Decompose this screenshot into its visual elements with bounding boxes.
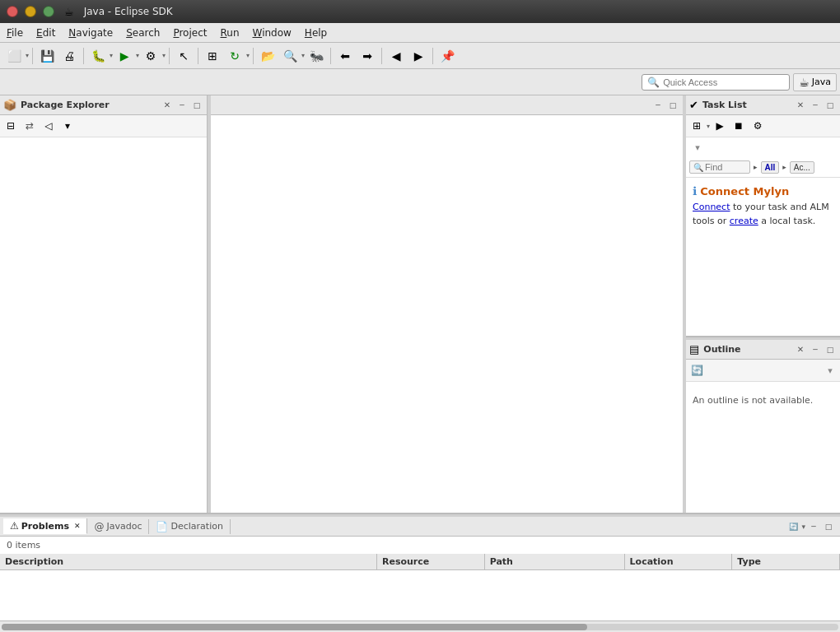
center-column: ─ □ [211, 95, 683, 513]
search-button-tb[interactable]: 🔍 [279, 45, 301, 67]
filter-ac-button[interactable]: Ac... [790, 161, 814, 174]
menu-edit[interactable]: Edit [30, 26, 62, 40]
new-dropdown[interactable]: ▾ [26, 52, 29, 59]
connect-link[interactable]: Connect [693, 202, 730, 212]
new-task-button[interactable]: ⊞ [688, 117, 706, 135]
scrollbar-thumb[interactable] [2, 624, 587, 630]
outline-icon: ▤ [689, 343, 699, 356]
task-list-panel: ✔ Task List ✕ ─ □ ⊞ ▾ ▶ ⏹ ⚙ ▾ [686, 95, 840, 337]
create-link[interactable]: create [730, 216, 758, 226]
items-count: 0 items [0, 537, 840, 554]
task-extra-dropdown[interactable]: ▾ [689, 139, 706, 156]
minimize-button[interactable] [25, 6, 36, 17]
bottom-scrollbar[interactable] [0, 620, 840, 632]
toolbar-separator-7 [381, 48, 382, 64]
tab-declaration[interactable]: 📄 Declaration [149, 519, 230, 534]
outline-panel: ▤ Outline ✕ ─ □ 🔄 ▾ An outline is not av… [686, 340, 840, 513]
pkg-back-button[interactable]: ◁ [40, 117, 58, 135]
save-button[interactable]: 💾 [36, 45, 58, 67]
titlebar: ☕ Java - Eclipse SDK [0, 0, 840, 23]
bottom-minimize[interactable]: ─ [807, 520, 820, 533]
debug-dropdown[interactable]: ▾ [110, 52, 113, 59]
refresh-button[interactable]: ↻ [224, 45, 245, 67]
new-button[interactable]: ⬜ [3, 45, 25, 67]
outline-toolbar: 🔄 ▾ [686, 360, 840, 382]
task-filter-arrow[interactable]: ▸ [754, 163, 758, 171]
close-button[interactable] [7, 6, 18, 17]
pkg-viewmenu-button[interactable]: ▾ [58, 117, 77, 135]
outline-message: An outline is not available. [686, 382, 840, 419]
back-nav[interactable]: ◀ [385, 45, 407, 67]
package-explorer-title: Package Explorer [21, 100, 159, 110]
editor-minimize[interactable]: ─ [651, 99, 665, 112]
maximize-button[interactable] [43, 6, 54, 17]
activate-task-button[interactable]: ▶ [711, 117, 729, 135]
ant-button[interactable]: 🐜 [306, 45, 327, 67]
package-explorer-close[interactable]: ✕ [161, 99, 174, 112]
deactivate-task-button[interactable]: ⏹ [730, 117, 748, 135]
menubar: File Edit Navigate Search Project Run Wi… [0, 23, 840, 43]
menu-project[interactable]: Project [166, 26, 213, 40]
bottom-toolbar: 🔄 ▾ ─ □ [786, 520, 837, 533]
task-list-close[interactable]: ✕ [794, 99, 807, 112]
tab-javadoc[interactable]: @ Javadoc [87, 519, 149, 534]
col-resource: Resource [376, 554, 484, 570]
menu-window[interactable]: Window [246, 26, 298, 40]
coverage-dropdown[interactable]: ▾ [162, 52, 166, 59]
search-dropdown[interactable]: ▾ [301, 52, 305, 59]
menu-search[interactable]: Search [119, 26, 166, 40]
tab-problems[interactable]: ⚠ Problems ✕ [3, 518, 87, 534]
new-java-button[interactable]: ⊞ [202, 45, 223, 67]
outline-maximize[interactable]: □ [824, 343, 837, 356]
connect-mylyn-section: ℹ Connect Mylyn Connect to your task and… [686, 178, 840, 235]
perspective-icon: ☕ [799, 76, 810, 89]
perspective-label: Java [812, 77, 831, 87]
run-button[interactable]: ▶ [114, 45, 135, 67]
task-settings-button[interactable]: ⚙ [749, 117, 767, 135]
next-annotation[interactable]: ➡ [357, 45, 378, 67]
editor-maximize[interactable]: □ [666, 99, 679, 112]
menu-help[interactable]: Help [298, 26, 334, 40]
debug-button[interactable]: 🐛 [87, 45, 109, 67]
quick-access-search[interactable]: 🔍 [642, 74, 790, 91]
bottom-maximize[interactable]: □ [822, 520, 835, 533]
print-button[interactable]: 🖨 [58, 45, 80, 67]
forward-nav[interactable]: ▶ [408, 45, 429, 67]
toolbar: ⬜ ▾ 💾 🖨 🐛 ▾ ▶ ▾ ⚙ ▾ ↖ ⊞ ↻ ▾ 📂 🔍 ▾ 🐜 ⬅ ➡ … [0, 43, 840, 69]
problems-close-icon[interactable]: ✕ [74, 522, 81, 530]
bottom-viewmenu[interactable]: ▾ [801, 523, 805, 531]
editor-content [211, 115, 683, 513]
outline-viewmenu[interactable]: ▾ [822, 362, 838, 379]
coverage-button[interactable]: ⚙ [140, 45, 161, 67]
pin-editor[interactable]: 📌 [436, 45, 458, 67]
task-find-box[interactable]: 🔍 [689, 160, 750, 174]
open-task-button[interactable]: 📂 [257, 45, 278, 67]
java-perspective-button[interactable]: ☕ Java [793, 73, 837, 91]
cursor-button[interactable]: ↖ [173, 45, 194, 67]
package-explorer-panel: 📦 Package Explorer ✕ ─ □ ⊟ ⇄ ◁ ▾ [0, 95, 208, 513]
filter-all-button[interactable]: All [761, 161, 780, 174]
new-task-dropdown[interactable]: ▾ [707, 123, 710, 130]
prev-annotation[interactable]: ⬅ [334, 45, 356, 67]
editor-header: ─ □ [211, 95, 683, 115]
task-list-maximize[interactable]: □ [824, 99, 837, 112]
menu-run[interactable]: Run [213, 26, 245, 40]
outline-minimize[interactable]: ─ [809, 343, 822, 356]
collapse-all-button[interactable]: ⊟ [2, 117, 20, 135]
outline-close[interactable]: ✕ [794, 343, 807, 356]
quick-access-input[interactable] [663, 77, 778, 87]
refresh-dropdown[interactable]: ▾ [246, 52, 250, 59]
link-editor-button[interactable]: ⇄ [21, 117, 39, 135]
outline-sync-button[interactable]: 🔄 [688, 361, 706, 379]
run-dropdown[interactable]: ▾ [136, 52, 139, 59]
task-find-input[interactable] [705, 162, 746, 172]
task-list-minimize[interactable]: ─ [809, 99, 822, 112]
bottom-clear-button[interactable]: 🔄 [786, 520, 800, 533]
menu-file[interactable]: File [0, 26, 30, 40]
toolbar-separator-2 [83, 48, 84, 64]
package-explorer-maximize[interactable]: □ [190, 99, 203, 112]
toolbar-separator-5 [253, 48, 254, 64]
task-list-header: ✔ Task List ✕ ─ □ [686, 95, 840, 115]
menu-navigate[interactable]: Navigate [62, 26, 119, 40]
package-explorer-minimize[interactable]: ─ [175, 99, 189, 112]
